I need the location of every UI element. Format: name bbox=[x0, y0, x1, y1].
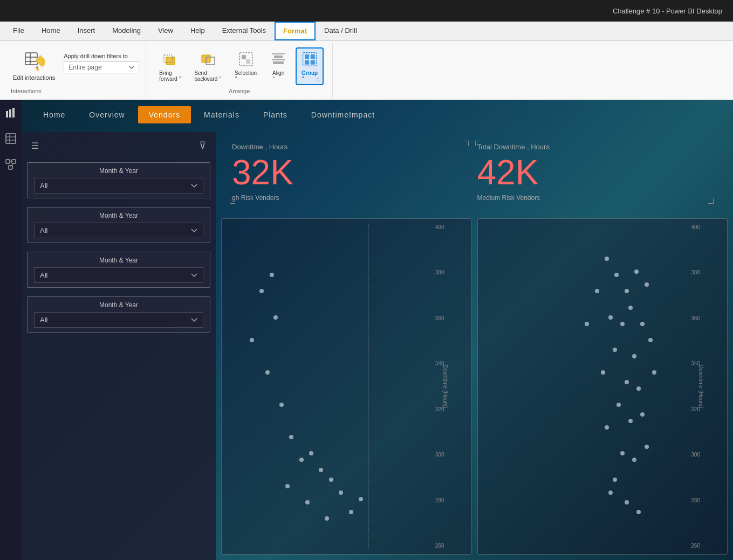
group-icon bbox=[301, 51, 318, 68]
metric-downtime-label: Downtime , Hours bbox=[232, 143, 467, 151]
interactions-group-label: Interactions bbox=[11, 88, 139, 94]
send-backward-label: Sendbackward ˅ bbox=[194, 70, 222, 82]
corner-tl-right-metric bbox=[475, 141, 481, 146]
body-area: Home Overview Vendors Materials Plants D… bbox=[0, 100, 733, 560]
slicer-4: Month & Year All bbox=[27, 296, 210, 333]
svg-rect-20 bbox=[311, 54, 315, 59]
slicer-3-chevron bbox=[191, 273, 197, 278]
arrange-buttons: Bringforward ˅ Sendbackward ˅ bbox=[155, 46, 324, 86]
svg-rect-22 bbox=[311, 60, 315, 64]
align-label: Align˅ bbox=[272, 70, 284, 82]
corner-br-right-metric bbox=[708, 198, 714, 204]
slicer-2-dropdown[interactable]: All bbox=[34, 223, 203, 238]
tab-help[interactable]: Help bbox=[182, 22, 214, 40]
slicer-2: Month & Year All bbox=[27, 207, 210, 243]
metric-total-sublabel: Medium Risk Vendors bbox=[477, 194, 712, 202]
selection-icon bbox=[237, 51, 255, 68]
nav-tab-downtime-impact[interactable]: DowntimeImpact bbox=[300, 106, 386, 123]
charts-row: Downtime (Hours) 400 380 360 340 320 300… bbox=[221, 218, 728, 555]
group-button[interactable]: Group˅ ↕ bbox=[296, 47, 324, 85]
slicer-3-dropdown[interactable]: All bbox=[34, 267, 203, 283]
corner-tr-left-metric bbox=[463, 141, 469, 146]
table-view-icon[interactable] bbox=[2, 130, 19, 147]
tab-file[interactable]: File bbox=[4, 22, 33, 40]
arrange-group: Bringforward ˅ Sendbackward ˅ bbox=[146, 43, 333, 98]
tab-view[interactable]: View bbox=[149, 22, 182, 40]
report-view-icon[interactable] bbox=[2, 104, 19, 121]
window-title: Challenge # 10 - Power BI Desktop bbox=[613, 7, 722, 15]
tab-insert[interactable]: Insert bbox=[69, 22, 104, 40]
edit-interactions-button[interactable]: Edit interactions bbox=[11, 46, 57, 84]
metric-downtime-value: 32K bbox=[232, 155, 467, 190]
left-sidebar bbox=[0, 100, 22, 560]
svg-rect-15 bbox=[274, 56, 283, 58]
slicer-2-value: All bbox=[40, 226, 191, 234]
edit-interactions-label: Edit interactions bbox=[13, 74, 55, 81]
ribbon-tabs: File Home Insert Modeling View Help Exte… bbox=[0, 22, 733, 41]
svg-rect-30 bbox=[6, 160, 10, 163]
title-bar: Challenge # 10 - Power BI Desktop bbox=[0, 0, 733, 22]
slicer-3-value: All bbox=[40, 271, 191, 279]
svg-rect-17 bbox=[273, 61, 284, 64]
nav-tab-home[interactable]: Home bbox=[32, 106, 76, 123]
slicer-1: Month & Year All bbox=[27, 162, 210, 198]
svg-rect-21 bbox=[305, 60, 309, 64]
bring-forward-button[interactable]: Bringforward ˅ bbox=[155, 49, 186, 84]
slicer-4-dropdown[interactable]: All bbox=[34, 312, 203, 328]
filter-panel: ☰ ⊽ Month & Year All Month & Year All bbox=[22, 132, 216, 560]
y-axis-ticks-right: 400 380 360 340 320 300 280 260 bbox=[691, 224, 700, 549]
apply-filters-dropdown[interactable]: Entire page bbox=[64, 61, 139, 73]
tab-external-tools[interactable]: External Tools bbox=[214, 22, 275, 40]
selection-button[interactable]: Selection˅ bbox=[230, 49, 261, 84]
svg-rect-31 bbox=[12, 160, 16, 163]
chevron-down-icon bbox=[129, 65, 134, 70]
svg-rect-26 bbox=[6, 134, 16, 143]
vertical-dashed-line bbox=[368, 224, 369, 549]
ribbon: File Home Insert Modeling View Help Exte… bbox=[0, 22, 733, 100]
slicer-1-title: Month & Year bbox=[34, 167, 203, 175]
chart-left: Downtime (Hours) 400 380 360 340 320 300… bbox=[221, 218, 472, 555]
hamburger-icon[interactable]: ☰ bbox=[31, 141, 39, 151]
report-canvas: Home Overview Vendors Materials Plants D… bbox=[22, 100, 733, 560]
metric-downtime-sublabel: gh Risk Vendors bbox=[232, 194, 467, 202]
nav-tab-overview[interactable]: Overview bbox=[78, 106, 135, 123]
slicer-4-chevron bbox=[191, 318, 197, 322]
scatter-right bbox=[486, 224, 684, 549]
svg-rect-32 bbox=[9, 165, 12, 169]
group-label: Group˅ bbox=[302, 70, 318, 82]
metric-total-value: 42K bbox=[477, 155, 712, 190]
tab-home[interactable]: Home bbox=[33, 22, 69, 40]
bring-forward-icon bbox=[162, 51, 179, 68]
send-backward-button[interactable]: Sendbackward ˅ bbox=[190, 49, 226, 84]
nav-tab-materials[interactable]: Materials bbox=[193, 106, 250, 123]
filter-icon[interactable]: ⊽ bbox=[199, 140, 206, 151]
corner-bl-left-metric bbox=[230, 198, 235, 204]
nav-tab-vendors[interactable]: Vendors bbox=[138, 106, 191, 123]
slicer-2-title: Month & Year bbox=[34, 212, 203, 219]
y-axis-ticks-left: 400 380 360 340 320 300 280 260 bbox=[435, 224, 444, 549]
apply-filters-label: Apply drill down filters to bbox=[64, 53, 139, 59]
tab-modeling[interactable]: Modeling bbox=[104, 22, 149, 40]
interactions-group: Edit interactions Apply drill down filte… bbox=[4, 43, 146, 98]
slicer-1-value: All bbox=[40, 182, 191, 190]
nav-tab-plants[interactable]: Plants bbox=[252, 106, 298, 123]
chart-right: Downtime (Hours) 400 380 360 340 320 300… bbox=[477, 218, 728, 555]
svg-rect-19 bbox=[305, 54, 309, 59]
tab-format[interactable]: Format bbox=[275, 22, 316, 40]
align-button[interactable]: Align˅ bbox=[265, 49, 291, 84]
slicer-3-title: Month & Year bbox=[34, 257, 203, 264]
metric-total-downtime: Total Downtime , Hours 42K Medium Risk V… bbox=[477, 143, 712, 202]
svg-rect-24 bbox=[9, 109, 11, 117]
selection-label: Selection˅ bbox=[235, 70, 257, 82]
slicer-2-chevron bbox=[191, 229, 197, 233]
dropdown-value: Entire page bbox=[68, 64, 129, 71]
svg-rect-7 bbox=[166, 57, 175, 65]
slicer-1-dropdown[interactable]: All bbox=[34, 178, 203, 193]
bring-forward-label: Bringforward ˅ bbox=[159, 70, 181, 82]
slicer-4-title: Month & Year bbox=[34, 301, 203, 309]
filter-header: ☰ ⊽ bbox=[27, 137, 210, 154]
tab-data-drill[interactable]: Data / Drill bbox=[316, 22, 366, 40]
align-icon bbox=[270, 51, 287, 68]
model-view-icon[interactable] bbox=[2, 156, 19, 173]
report-nav: Home Overview Vendors Materials Plants D… bbox=[22, 100, 733, 130]
